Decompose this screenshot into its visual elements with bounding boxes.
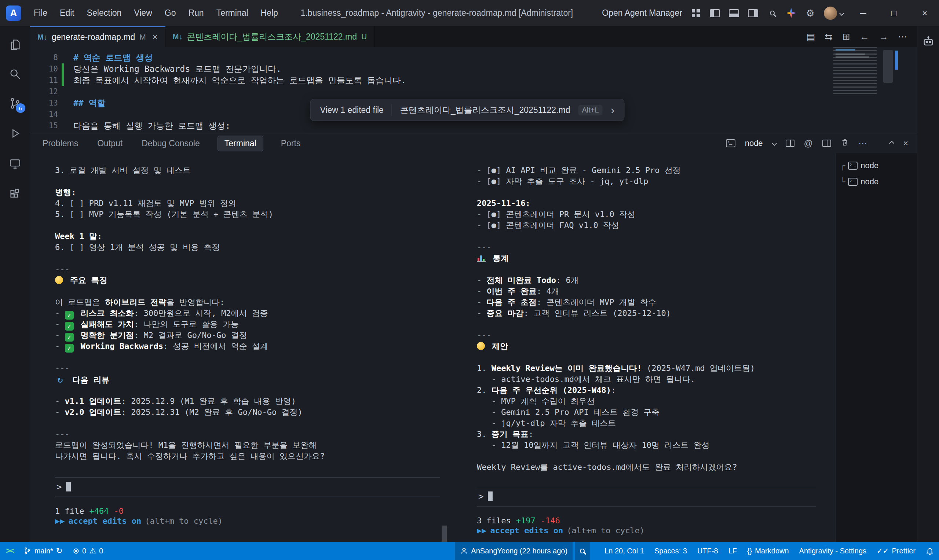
terminal-line [55,286,440,297]
menu-item[interactable]: Edit [55,5,80,21]
problems-item[interactable]: ⊗ 0 ⚠ 0 [68,542,108,560]
editor-layout-icon[interactable]: ▤ [806,31,816,43]
remote-explorer-icon[interactable] [7,155,23,172]
editor-area[interactable]: 8# 역순 로드맵 생성10당신은 Working Backwards 로드맵 … [30,47,917,133]
close-panel-icon[interactable]: × [903,138,908,148]
terminal-pane-right[interactable]: - [●] AI API 비교 완료 - Gemini 2.5 Pro 선정- … [447,153,836,542]
indentation-item[interactable]: Spaces: 3 [649,542,692,560]
tab-generate-roadmap[interactable]: M↓ generate-roadmap.md M × [30,26,165,47]
split-editor-icon[interactable]: ⊞ [842,31,850,43]
split-terminal-icon[interactable] [786,140,794,147]
terminal-line [477,231,816,242]
at-mention-icon[interactable]: @ [804,138,813,148]
line-number: 11 [30,75,58,86]
commit-author: AnSangYeong (22 hours ago) [471,547,567,555]
panel-tab[interactable]: Output [96,136,124,151]
prompt-char: > [57,482,62,492]
menu-item[interactable]: Go [160,5,181,21]
encoding-item[interactable]: UTF-8 [692,542,723,560]
window-minimize-button[interactable]: ─ [852,0,874,26]
terminal-prompt-row[interactable]: > [477,487,816,506]
open-agent-manager-button[interactable]: Open Agent Manager [602,8,682,18]
terminal-line: - 다음 주 초점: 콘텐츠레이더 MVP 개발 착수 [477,297,816,308]
run-debug-icon[interactable] [7,125,23,142]
kill-terminal-icon[interactable] [841,138,849,149]
terminal-profile-icon[interactable] [726,139,735,147]
minimap[interactable] [833,47,877,133]
prettier-item[interactable]: ✓✓ Prettier [871,542,920,560]
nav-forward-icon[interactable]: → [879,31,888,43]
chevron-down-icon[interactable] [772,141,777,146]
menu-item[interactable]: View [129,5,157,21]
search-sidebar-icon[interactable] [7,66,23,82]
toggle-sidebar-right-icon[interactable] [748,8,759,19]
menu-item[interactable]: Selection [82,5,127,21]
agent-robot-icon[interactable] [922,35,934,49]
terminal-line: - [●] AI API 비교 완료 - Gemini 2.5 Pro 선정 [477,165,816,176]
edit-summary: 1 file +464 -0 [55,506,440,515]
more-actions-icon[interactable]: ⋯ [858,138,867,148]
edit-summary: 3 files +197 -146 [477,516,816,525]
git-branch-item[interactable]: main* ↻ [19,542,68,560]
close-tab-icon[interactable]: × [153,32,158,42]
account-menu[interactable] [824,6,843,20]
antigravity-window: A FileEditSelectionViewGoRunTerminalHelp… [0,0,939,560]
panel-tab[interactable]: Ports [279,136,302,151]
terminal-output: - [●] AI API 비교 완료 - Gemini 2.5 Pro 선정- … [477,165,816,473]
terminal-scrollbar[interactable] [442,526,447,542]
terminal-prompt-row[interactable]: > [55,477,440,497]
settings-sync-item[interactable]: Antigravity - Settings [794,542,871,560]
search-icon[interactable] [766,8,778,19]
panel-tab[interactable]: Terminal [217,135,264,151]
terminal-profile-label[interactable]: node [745,138,763,148]
view-edited-file-button[interactable]: View 1 edited file [320,105,383,115]
panel-tab[interactable]: Problems [41,136,80,151]
terminal-pane-left[interactable]: 3. 로컬 개발 서버 설정 및 테스트 병행:4. [ ] PRD v1.11… [30,153,447,542]
maximize-panel-icon[interactable] [889,141,894,146]
terminal-list-item[interactable]: ┌ node [836,158,917,174]
tab-contents-radar[interactable]: M↓ 콘텐츠레이다_법률리스크조사_20251122.md U [165,26,375,47]
edited-file-name[interactable]: 콘텐츠레이다_법률리스크조사_20251122.md [400,105,570,116]
menu-item[interactable]: Terminal [211,5,253,21]
open-changes-icon[interactable]: ⇆ [825,31,833,43]
zoom-item[interactable] [575,542,590,560]
last-commit-item[interactable]: AnSangYeong (22 hours ago) [455,542,572,560]
nav-back-icon[interactable]: ← [860,31,869,43]
explorer-icon[interactable] [7,37,23,53]
gutter-change-indicator [62,75,64,86]
terminal-line: - Gemini 2.5 Pro API 테스트 환경 구축 [477,407,816,418]
window-close-button[interactable]: × [913,0,936,26]
toggle-panel-icon[interactable] [728,8,740,19]
settings-gear-icon[interactable]: ⚙ [805,8,816,19]
terminal-line: 나가시면 됩니다. 혹시 수정하거나 추가하고 싶은 내용이 있으신가요? [55,451,440,462]
gutter-change-indicator [62,63,64,75]
more-actions-icon[interactable]: ⋯ [898,31,907,43]
chevron-right-icon[interactable]: › [611,104,615,116]
sync-icon[interactable]: ↻ [56,546,63,555]
menu-item[interactable]: File [29,5,52,21]
language-mode-item[interactable]: {} Markdown [742,542,794,560]
toggle-sidebar-left-icon[interactable] [709,8,720,19]
terminal-list-item[interactable]: └ node [836,174,917,190]
gemini-icon[interactable] [786,8,797,19]
terminal-line: - 중요 마감: 고객 인터뷰 리스트 (2025-12-10) [477,308,816,319]
window-maximize-button[interactable]: □ [882,0,905,26]
lines-added: +197 [516,516,535,525]
eol-item[interactable]: LF [723,542,742,560]
extensions-icon[interactable] [7,185,23,202]
source-control-icon[interactable]: 6 [7,95,23,111]
accept-edits-label: accept edits on [490,526,563,535]
terminal-line [477,352,816,363]
accept-edits-shortcut: (alt+m to cycle) [567,526,645,535]
remote-indicator[interactable]: >< [0,542,19,560]
cursor-position-item[interactable]: Ln 20, Col 1 [599,542,649,560]
notifications-bell-icon[interactable] [920,542,939,560]
menu-item[interactable]: Run [183,5,209,21]
menu-item[interactable]: Help [256,5,283,21]
editor-scrollbar[interactable] [883,50,893,83]
accept-edits-hint: ▶▶ accept edits on (alt+m to cycle) [477,526,816,535]
edited-file-notification[interactable]: View 1 edited file 콘텐츠레이다_법률리스크조사_202511… [310,99,624,121]
apps-grid-icon[interactable] [690,8,701,19]
terminal-tabs-view-icon[interactable] [822,140,831,147]
panel-tab[interactable]: Debug Console [140,136,201,151]
